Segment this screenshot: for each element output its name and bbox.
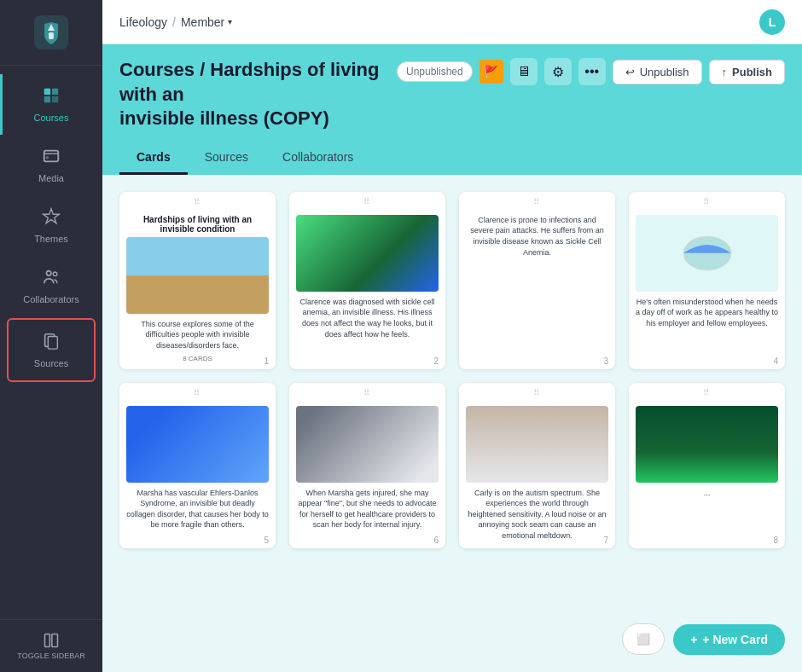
card-item[interactable]: ⠿ Clarence is prone to infections and se… [459,192,615,369]
drag-handle[interactable]: ⠿ [119,192,276,208]
sidebar-item-themes[interactable]: Themes [0,195,102,256]
sources-icon [42,332,61,355]
card-item[interactable]: ⠿ ... 8 [629,383,785,548]
course-title: Courses / Hardships of living with an in… [119,58,397,131]
card-item[interactable]: ⠿ Marsha has vascular Ehlers-Danlos Synd… [119,383,276,548]
courses-icon [42,86,61,109]
svg-rect-4 [44,96,50,102]
cards-grid: ⠿ Hardships of living with an invisible … [119,192,785,548]
sidebar-nav: Courses Media Themes Collaborators [0,66,102,619]
sidebar-item-media[interactable]: Media [0,135,102,195]
card-number: 3 [603,356,608,366]
card-text: Clarence was diagnosed with sickle cell … [296,297,439,339]
card-content: Carly is on the autism spectrum. She exp… [459,399,615,548]
card-item[interactable]: ⠿ He's often misunderstood when he needs… [629,192,785,369]
media-icon [42,147,61,170]
drag-handle[interactable]: ⠿ [289,383,445,399]
card-image [296,215,439,292]
drag-handle[interactable]: ⠿ [119,383,276,399]
unpublish-icon: ↩ [625,66,635,78]
sidebar-item-sources[interactable]: Sources [7,318,96,382]
card-content: ... [629,399,785,548]
svg-point-9 [53,272,57,276]
view-icon: ⬜ [636,633,650,646]
course-header-top: Courses / Hardships of living with an in… [119,58,785,131]
pill-icon [682,228,733,279]
tab-collaborators[interactable]: Collaborators [265,142,370,175]
breadcrumb-separator: / [172,15,176,29]
logo-area [0,0,102,66]
unpublish-button[interactable]: ↩ Unpublish [613,60,702,84]
svg-rect-12 [45,634,50,647]
settings-icon[interactable]: ⚙ [544,58,572,85]
drag-handle[interactable]: ⠿ [629,192,785,208]
svg-point-7 [46,156,49,159]
flag-icon[interactable]: 🚩 [479,60,503,84]
card-text: This course explores some of the difficu… [126,319,269,351]
card-image [636,406,778,483]
monitor-icon[interactable]: 🖥 [510,58,538,85]
tab-sources[interactable]: Sources [188,142,265,175]
collaborators-label: Collaborators [23,294,78,304]
new-card-icon: + [690,633,697,646]
publish-button[interactable]: ↑ Publish [709,60,785,84]
app-logo-icon [34,15,68,49]
breadcrumb-role[interactable]: Member ▾ [181,15,232,29]
drag-handle[interactable]: ⠿ [459,383,615,399]
card-text: Clarence is prone to infections and seve… [466,215,608,258]
breadcrumb-org[interactable]: Lifeology [119,15,167,29]
bottom-action-bar: ⬜ + + New Card [622,623,785,655]
card-number: 7 [603,536,608,545]
media-label: Media [38,173,64,183]
breadcrumb: Lifeology / Member ▾ [119,15,232,29]
card-number: 8 [773,536,778,545]
collaborators-icon [42,268,61,291]
card-content: Hardships of living with an invisible co… [119,208,276,369]
card-number: 5 [264,536,269,545]
drag-handle[interactable]: ⠿ [459,192,615,208]
breadcrumb-dropdown-icon: ▾ [228,17,232,26]
card-image [126,237,269,314]
card-item[interactable]: ⠿ Hardships of living with an invisible … [119,192,276,369]
svg-rect-11 [48,337,57,350]
tab-cards[interactable]: Cards [119,142,188,175]
card-title: Hardships of living with an invisible co… [126,215,269,234]
card-image [636,215,778,292]
card-text: Marsha has vascular Ehlers-Danlos Syndro… [126,488,269,530]
card-number: 4 [773,356,778,366]
card-image [296,406,439,483]
main-content: Lifeology / Member ▾ L Courses / Hardshi… [102,0,802,672]
themes-label: Themes [34,234,68,244]
svg-rect-1 [49,32,54,39]
more-options-icon[interactable]: ••• [578,58,606,85]
card-text: When Marsha gets injured, she may appear… [296,488,439,530]
card-item[interactable]: ⠿ Clarence was diagnosed with sickle cel… [289,192,445,369]
view-toggle-button[interactable]: ⬜ [622,623,665,655]
sidebar-item-courses[interactable]: Courses [0,74,102,135]
themes-icon [42,207,61,230]
svg-rect-5 [52,96,58,102]
card-content: Marsha has vascular Ehlers-Danlos Syndro… [119,399,276,548]
svg-rect-6 [44,151,59,162]
svg-rect-2 [44,89,50,95]
card-image [126,406,269,483]
card-item[interactable]: ⠿ When Marsha gets injured, she may appe… [289,383,445,548]
new-card-button[interactable]: + + New Card [673,624,785,655]
svg-point-8 [47,271,52,276]
drag-handle[interactable]: ⠿ [289,192,445,208]
svg-rect-3 [52,89,58,95]
user-avatar[interactable]: L [759,9,785,35]
card-number: 2 [433,356,439,366]
toggle-sidebar-icon [43,632,60,649]
card-content: Clarence was diagnosed with sickle cell … [289,208,445,369]
sidebar-item-collaborators[interactable]: Collaborators [0,256,102,316]
course-header: Courses / Hardships of living with an in… [102,44,802,175]
toggle-sidebar-button[interactable]: TOGGLE SIDEBAR [0,619,102,672]
card-image [466,406,608,483]
card-item[interactable]: ⠿ Carly is on the autism spectrum. She e… [459,383,615,548]
toggle-sidebar-label: TOGGLE SIDEBAR [17,652,84,660]
card-content: Clarence is prone to infections and seve… [459,208,615,369]
card-text: He's often misunderstood when he needs a… [636,297,778,329]
drag-handle[interactable]: ⠿ [629,383,785,399]
card-content: When Marsha gets injured, she may appear… [289,399,445,548]
